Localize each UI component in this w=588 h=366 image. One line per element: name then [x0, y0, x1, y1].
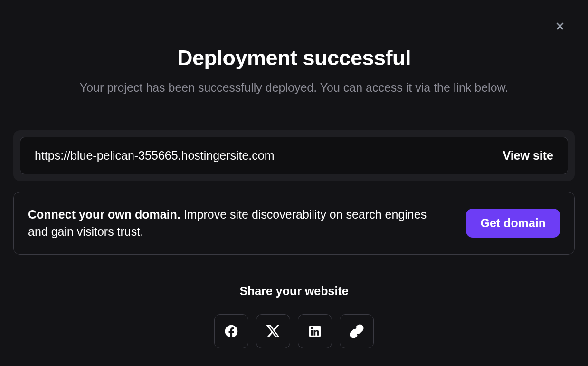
share-copy-link-button[interactable] [340, 314, 374, 348]
view-site-button[interactable]: View site [503, 149, 553, 163]
connect-domain-text: Connect your own domain. Improve site di… [28, 206, 447, 240]
close-button[interactable] [554, 20, 566, 32]
modal-content: Deployment successful Your project has b… [0, 0, 588, 348]
page-title: Deployment successful [0, 46, 588, 70]
page-subtitle: Your project has been successfully deplo… [0, 81, 588, 95]
deployment-url-inner: https://blue-pelican-355665.hostingersit… [20, 137, 568, 174]
deployment-url: https://blue-pelican-355665.hostingersit… [35, 149, 274, 163]
facebook-icon [224, 324, 239, 339]
share-title: Share your website [0, 284, 588, 298]
close-icon [554, 20, 566, 32]
share-facebook-button[interactable] [214, 314, 248, 348]
get-domain-button[interactable]: Get domain [466, 209, 560, 238]
share-icons-row [0, 314, 588, 348]
connect-domain-card: Connect your own domain. Improve site di… [13, 192, 575, 255]
x-twitter-icon [266, 324, 281, 339]
share-section: Share your website [0, 284, 588, 348]
connect-domain-bold: Connect your own domain. [28, 208, 180, 221]
copy-link-icon [349, 324, 364, 339]
share-x-button[interactable] [256, 314, 290, 348]
share-linkedin-button[interactable] [298, 314, 332, 348]
linkedin-icon [307, 324, 322, 339]
deployment-url-card: https://blue-pelican-355665.hostingersit… [13, 130, 575, 181]
